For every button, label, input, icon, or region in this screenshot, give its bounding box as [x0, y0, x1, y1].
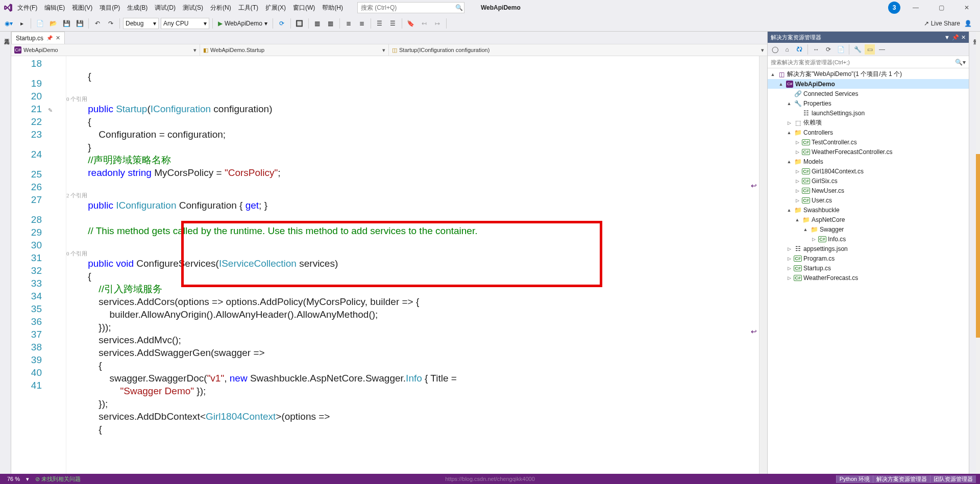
- forward-nav-button[interactable]: ▸: [16, 18, 28, 29]
- tree-item[interactable]: ▲📁Swashbuckle: [768, 205, 969, 215]
- tb-btn-8[interactable]: ↦: [432, 18, 443, 29]
- solution-tree[interactable]: ▲◫ 解决方案"WebApiDemo"(1 个项目/共 1 个) ▲C#WebA…: [768, 68, 969, 474]
- config-dropdown[interactable]: Debug▾: [123, 18, 159, 29]
- tree-item[interactable]: ▷C#User.cs: [768, 195, 969, 205]
- close-button[interactable]: ✕: [957, 1, 977, 15]
- back-nav-button[interactable]: ◉▾: [3, 18, 14, 29]
- tb-btn-6[interactable]: ☰: [387, 18, 399, 29]
- panel-pin-icon[interactable]: 📌: [952, 34, 959, 41]
- no-issues[interactable]: ⊘ 未找到相关问题: [32, 475, 84, 483]
- run-button[interactable]: ▶ WebApiDemo▾: [216, 18, 270, 29]
- open-button[interactable]: 📂: [47, 18, 59, 29]
- tree-item[interactable]: ▷C#WeatherForecast.cs: [768, 273, 969, 283]
- menu-tools[interactable]: 工具(T): [235, 2, 261, 14]
- sol-home-button[interactable]: ⌂: [782, 44, 792, 55]
- solution-search[interactable]: 🔍▾: [768, 56, 969, 68]
- menu-build[interactable]: 生成(B): [124, 2, 151, 14]
- tb-btn-3[interactable]: ≣: [343, 18, 354, 29]
- menu-view[interactable]: 视图(V): [69, 2, 95, 14]
- maximize-button[interactable]: ▢: [931, 1, 951, 15]
- search-icon[interactable]: 🔍: [455, 4, 464, 11]
- panel-dropdown-icon[interactable]: ▼: [944, 34, 950, 41]
- search-icon[interactable]: 🔍▾: [952, 59, 969, 66]
- tree-item[interactable]: ▲📁Swagger: [768, 224, 969, 234]
- bookmark-button[interactable]: 🔖: [405, 18, 416, 29]
- panel-close-icon[interactable]: ✕: [961, 34, 966, 41]
- fold-column[interactable]: [57, 56, 66, 474]
- tree-item[interactable]: ▷C#GirlSix.cs: [768, 176, 969, 186]
- sol-back-button[interactable]: ◯: [770, 44, 780, 55]
- quick-search[interactable]: 🔍: [357, 2, 464, 13]
- new-button[interactable]: 📄: [34, 18, 45, 29]
- tb-btn-1[interactable]: ▦: [312, 18, 323, 29]
- quick-search-input[interactable]: [358, 4, 455, 11]
- status-solution-explorer[interactable]: 解决方案资源管理器: [873, 475, 930, 483]
- nav-class[interactable]: ◧ WebApiDemo.Startup▾: [200, 44, 389, 56]
- status-python-env[interactable]: Python 环境: [836, 475, 873, 483]
- save-button[interactable]: 💾: [61, 18, 72, 29]
- tb-btn-2[interactable]: ▦: [325, 18, 336, 29]
- menu-file[interactable]: 文件(F): [14, 2, 40, 14]
- sol-sync-button[interactable]: 🗘: [794, 44, 804, 55]
- tree-item[interactable]: ▲📁Controllers: [768, 128, 969, 137]
- live-share-button[interactable]: ↗ Live Share: [924, 20, 960, 27]
- platform-dropdown[interactable]: Any CPU▾: [161, 18, 209, 29]
- tree-item[interactable]: ▷C#TestController.cs: [768, 137, 969, 147]
- menu-extensions[interactable]: 扩展(X): [262, 2, 289, 14]
- solution-search-input[interactable]: [768, 59, 952, 65]
- user-badge[interactable]: 3: [888, 2, 900, 14]
- solution-root[interactable]: ▲◫ 解决方案"WebApiDemo"(1 个项目/共 1 个): [768, 69, 969, 79]
- tree-item[interactable]: ▷⬚依赖项: [768, 118, 969, 128]
- menu-project[interactable]: 项目(P): [96, 2, 123, 14]
- tree-item[interactable]: ▷☷appsettings.json: [768, 244, 969, 253]
- vertical-scrollbar[interactable]: [759, 56, 767, 474]
- tree-item[interactable]: ▷C#NewUser.cs: [768, 186, 969, 195]
- menu-analyze[interactable]: 分析(N): [207, 2, 234, 14]
- minimize-button[interactable]: —: [905, 1, 926, 15]
- tb-btn-4[interactable]: ≣: [356, 18, 368, 29]
- tree-item[interactable]: 🔗Connected Services: [768, 89, 969, 98]
- sol-view-button[interactable]: —: [877, 44, 887, 55]
- tb-btn-5[interactable]: ☰: [374, 18, 385, 29]
- tree-item[interactable]: ▲📁Models: [768, 157, 969, 166]
- tree-item[interactable]: ▲🔧Properties: [768, 98, 969, 108]
- code-editor[interactable]: 1819202122232425262728293031323334353637…: [11, 56, 767, 474]
- tab-close-icon[interactable]: ✕: [56, 35, 60, 41]
- undo-button[interactable]: ↶: [92, 18, 103, 29]
- sol-preview-button[interactable]: ▭: [865, 44, 875, 55]
- tree-item[interactable]: ☷launchSettings.json: [768, 108, 969, 118]
- refresh-button[interactable]: ⟳: [276, 18, 287, 29]
- tree-item[interactable]: ▷C#Startup.cs: [768, 263, 969, 273]
- feedback-button[interactable]: 👤: [964, 20, 972, 27]
- toolbox-tab[interactable]: 工具箱: [0, 32, 11, 474]
- status-team-explorer[interactable]: 团队资源管理器: [930, 475, 976, 483]
- sol-showall-button[interactable]: 📄: [836, 44, 846, 55]
- menu-window[interactable]: 窗口(W): [290, 2, 318, 14]
- menu-edit[interactable]: 编辑(E): [41, 2, 68, 14]
- tree-item[interactable]: ▷C#Girl1804Context.cs: [768, 166, 969, 176]
- code-content[interactable]: { 0 个引用 public Startup(IConfiguration co…: [66, 56, 759, 474]
- right-scrollbar-thumb[interactable]: [976, 154, 980, 338]
- tree-item[interactable]: ▲📁AspNetCore: [768, 215, 969, 224]
- tb-btn-7[interactable]: ↤: [419, 18, 430, 29]
- pin-icon[interactable]: 📌: [46, 35, 53, 41]
- tree-item[interactable]: ▷C#WeatherForecastController.cs: [768, 147, 969, 157]
- zoom-level[interactable]: 76 %: [4, 476, 23, 482]
- browser-button[interactable]: 🔲: [294, 18, 305, 29]
- right-scrollbar-track[interactable]: [976, 32, 980, 474]
- sol-refresh-button[interactable]: ⟳: [823, 44, 834, 55]
- menu-help[interactable]: 帮助(H): [319, 2, 346, 14]
- menu-debug[interactable]: 调试(D): [152, 2, 179, 14]
- tree-item[interactable]: ▷C#Info.cs: [768, 234, 969, 244]
- tree-item[interactable]: ▲C#WebApiDemo: [768, 79, 969, 89]
- codelens-arrow-icon-2[interactable]: ↩: [751, 325, 757, 338]
- codelens-arrow-icon[interactable]: ↩: [751, 180, 757, 192]
- menu-test[interactable]: 测试(S): [180, 2, 206, 14]
- sol-properties-button[interactable]: 🔧: [852, 44, 863, 55]
- tree-item[interactable]: ▷C#Program.cs: [768, 253, 969, 263]
- nav-project[interactable]: C# WebApiDemo▾: [11, 44, 200, 56]
- redo-button[interactable]: ↷: [105, 18, 116, 29]
- save-all-button[interactable]: 💾: [74, 18, 85, 29]
- nav-member[interactable]: ◫ Startup(IConfiguration configuration)▾: [389, 44, 767, 56]
- tab-startup-cs[interactable]: Startup.cs 📌 ✕: [11, 32, 65, 44]
